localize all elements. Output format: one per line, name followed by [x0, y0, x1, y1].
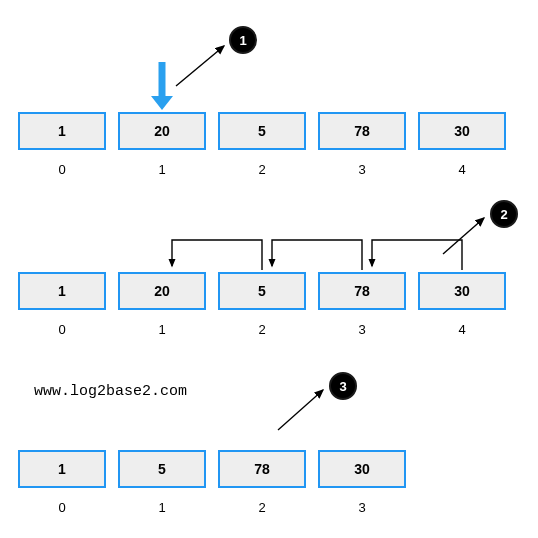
- array-cell: 5: [218, 272, 306, 310]
- index-label: 4: [418, 322, 506, 337]
- shift-arc: [272, 240, 362, 270]
- index-label: 2: [218, 162, 306, 177]
- badge-pointer-1: [176, 46, 224, 86]
- index-label: 1: [118, 162, 206, 177]
- shift-arc: [172, 240, 262, 270]
- array-cell: 78: [218, 450, 306, 488]
- array-cell: 20: [118, 112, 206, 150]
- index-label: 0: [18, 500, 106, 515]
- array-row-3: 1 5 78 30: [18, 450, 406, 488]
- index-row-2: 0 1 2 3 4: [18, 322, 506, 337]
- array-cell: 30: [318, 450, 406, 488]
- array-cell: 5: [118, 450, 206, 488]
- index-label: 4: [418, 162, 506, 177]
- array-cell: 78: [318, 272, 406, 310]
- index-row-1: 0 1 2 3 4: [18, 162, 506, 177]
- index-label: 0: [18, 162, 106, 177]
- step-badge-1: 1: [229, 26, 257, 54]
- watermark-text: www.log2base2.com: [34, 383, 187, 400]
- index-label: 0: [18, 322, 106, 337]
- index-label: 1: [118, 322, 206, 337]
- index-label: 3: [318, 500, 406, 515]
- step-badge-2: 2: [490, 200, 518, 228]
- index-label: 2: [218, 322, 306, 337]
- array-cell: 30: [418, 112, 506, 150]
- array-cell: 5: [218, 112, 306, 150]
- array-cell: 78: [318, 112, 406, 150]
- array-cell: 30: [418, 272, 506, 310]
- array-cell: 1: [18, 450, 106, 488]
- shift-arc: [372, 240, 462, 270]
- down-arrow-icon: [151, 62, 173, 110]
- index-label: 1: [118, 500, 206, 515]
- array-cell: 20: [118, 272, 206, 310]
- badge-pointer-3: [278, 390, 323, 430]
- array-row-1: 1 20 5 78 30: [18, 112, 506, 150]
- index-label: 3: [318, 162, 406, 177]
- badge-pointer-2: [443, 218, 484, 254]
- step-badge-3: 3: [329, 372, 357, 400]
- index-label: 3: [318, 322, 406, 337]
- index-row-3: 0 1 2 3: [18, 500, 406, 515]
- array-cell: 1: [18, 272, 106, 310]
- svg-marker-1: [151, 96, 173, 110]
- array-row-2: 1 20 5 78 30: [18, 272, 506, 310]
- array-cell: 1: [18, 112, 106, 150]
- index-label: 2: [218, 500, 306, 515]
